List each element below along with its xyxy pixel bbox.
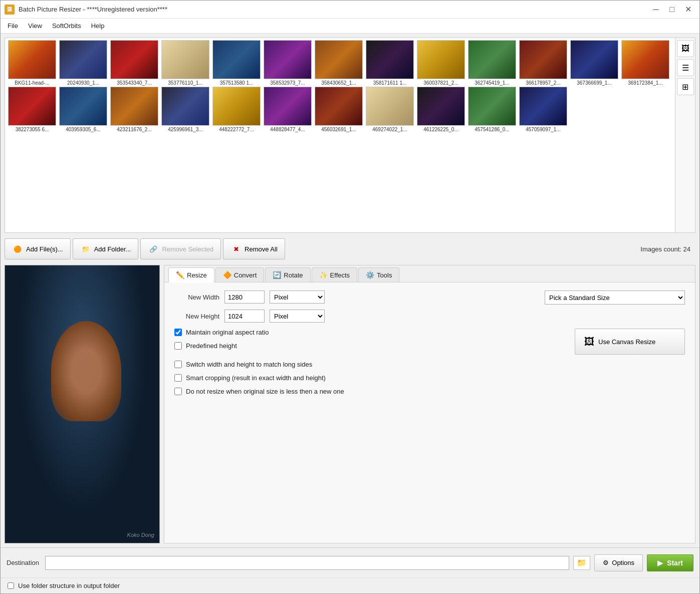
- smart-cropping-label[interactable]: Smart cropping (result in exact width an…: [186, 374, 326, 382]
- destination-input[interactable]: [45, 556, 569, 570]
- bottom-panel: ✏️ Resize 🔶 Convert 🔄 Rotate ✨ Effects: [5, 265, 695, 543]
- image-label: 448828477_4...: [264, 127, 312, 132]
- remove-selected-button[interactable]: 🔗 Remove Selected: [140, 238, 221, 259]
- use-folder-label[interactable]: Use folder structure in output folder: [18, 582, 120, 589]
- list-item[interactable]: 403959305_6...: [58, 87, 108, 132]
- tab-tools[interactable]: ⚙️ Tools: [358, 267, 399, 282]
- list-item[interactable]: 461226225_0...: [416, 87, 466, 132]
- list-item[interactable]: 456032691_1...: [314, 87, 364, 132]
- window-title: Batch Picture Resizer - ****Unregistered…: [19, 6, 648, 13]
- tab-resize[interactable]: ✏️ Resize: [168, 267, 214, 282]
- canvas-resize-icon: 🖼: [584, 336, 594, 348]
- menu-file[interactable]: File: [3, 20, 23, 32]
- image-label: 369172384_1...: [621, 80, 669, 86]
- options-button[interactable]: ⚙ Options: [594, 554, 643, 571]
- list-item[interactable]: 469274022_1...: [365, 87, 415, 132]
- width-unit-select[interactable]: Pixel Percent Cm Inch: [270, 290, 325, 304]
- add-files-button[interactable]: 🟠 Add File(s)...: [5, 238, 71, 259]
- menu-softorbits[interactable]: SoftOrbits: [47, 20, 86, 32]
- list-item[interactable]: 366178957_2...: [518, 40, 568, 86]
- list-item[interactable]: 362745419_1...: [467, 40, 517, 86]
- resize-tab-icon: ✏️: [176, 271, 184, 279]
- new-height-input[interactable]: [224, 310, 265, 323]
- list-item[interactable]: 457059097_1...: [518, 87, 568, 132]
- convert-tab-icon: 🔶: [223, 271, 231, 279]
- new-width-input[interactable]: [224, 290, 265, 304]
- menubar: File View SoftOrbits Help: [1, 19, 699, 34]
- menu-view[interactable]: View: [23, 20, 47, 32]
- list-item[interactable]: 358532973_7...: [263, 40, 313, 86]
- list-item[interactable]: 448828477_4...: [263, 87, 313, 132]
- smart-cropping-checkbox[interactable]: [174, 374, 182, 382]
- preview-panel: [5, 265, 160, 543]
- checkboxes-left: Maintain original aspect ratio Predefine…: [174, 329, 565, 350]
- menu-help[interactable]: Help: [86, 20, 110, 32]
- do-not-resize-label[interactable]: Do not resize when original size is less…: [186, 388, 344, 395]
- maximize-button[interactable]: □: [664, 3, 679, 17]
- image-grid[interactable]: BKG11-head-...20240930_1...353543340_7..…: [5, 38, 675, 232]
- close-button[interactable]: ✕: [680, 3, 695, 17]
- destination-bar: Destination 📁 ⚙ Options ▶ Start: [1, 547, 699, 577]
- switch-width-height-checkbox[interactable]: [174, 361, 182, 368]
- remove-all-button[interactable]: ✖ Remove All: [223, 238, 285, 259]
- list-item[interactable]: 353543340_7...: [109, 40, 159, 86]
- switch-width-height-row: Switch width and height to match long si…: [174, 361, 685, 368]
- image-label: 382273055 6...: [8, 127, 56, 132]
- start-button[interactable]: ▶ Start: [647, 554, 693, 571]
- tab-convert[interactable]: 🔶 Convert: [215, 267, 265, 282]
- remove-all-icon: ✖: [230, 243, 242, 254]
- image-label: 457059097_1...: [519, 127, 567, 132]
- image-label: 425996961_3...: [161, 127, 209, 132]
- list-item[interactable]: 353776110_1...: [160, 40, 210, 86]
- do-not-resize-checkbox[interactable]: [174, 388, 182, 395]
- maintain-aspect-checkbox[interactable]: [174, 329, 182, 336]
- list-item[interactable]: 358430652_1...: [314, 40, 364, 86]
- sidebar-grid-btn[interactable]: ⊞: [677, 78, 694, 95]
- effects-tab-icon: ✨: [319, 271, 328, 279]
- height-unit-select[interactable]: Pixel Percent Cm Inch: [270, 310, 325, 323]
- list-item[interactable]: 360037821_2...: [416, 40, 466, 86]
- list-item[interactable]: 425996961_3...: [160, 87, 210, 132]
- destination-label: Destination: [7, 559, 39, 566]
- add-folder-button[interactable]: 📁 Add Folder...: [73, 238, 139, 259]
- list-item[interactable]: 448222772_7...: [211, 87, 262, 132]
- titlebar-buttons: ─ □ ✕: [648, 3, 695, 17]
- list-item[interactable]: 20240930_1...: [58, 40, 108, 86]
- use-folder-checkbox[interactable]: [8, 582, 14, 589]
- predefined-height-row: Predefined height: [174, 342, 565, 350]
- image-label: 358430652_1...: [315, 80, 363, 86]
- list-item[interactable]: 382273055 6...: [7, 87, 57, 132]
- settings-two-col: New Width Pixel Percent Cm Inch: [174, 290, 685, 323]
- list-item[interactable]: 358171611 1...: [365, 40, 415, 86]
- list-item[interactable]: 457541286_0...: [467, 87, 517, 132]
- maintain-aspect-label[interactable]: Maintain original aspect ratio: [186, 329, 269, 336]
- predefined-height-checkbox[interactable]: [174, 342, 182, 350]
- switch-width-height-label[interactable]: Switch width and height to match long si…: [186, 361, 312, 368]
- minimize-button[interactable]: ─: [648, 3, 663, 17]
- titlebar: 🖼 Batch Picture Resizer - ****Unregister…: [1, 1, 699, 19]
- tab-effects[interactable]: ✨ Effects: [312, 267, 358, 282]
- image-label: 469274022_1...: [366, 127, 414, 132]
- image-label: 353543340_7...: [110, 80, 158, 86]
- list-item[interactable]: BKG11-head-...: [7, 40, 57, 86]
- image-label: 362745419_1...: [468, 80, 516, 86]
- image-label: BKG11-head-...: [8, 80, 56, 86]
- sidebar-images-btn[interactable]: 🖼: [677, 40, 694, 57]
- image-label: 360037821_2...: [417, 80, 465, 86]
- list-item[interactable]: 369172384_1...: [620, 40, 670, 86]
- list-item[interactable]: 357513580 1...: [211, 40, 262, 86]
- tab-rotate[interactable]: 🔄 Rotate: [265, 267, 310, 282]
- image-label: 456032691_1...: [315, 127, 363, 132]
- sidebar-list-btn[interactable]: ☰: [677, 59, 694, 76]
- add-files-icon: 🟠: [12, 243, 23, 254]
- standard-size-select[interactable]: Pick a Standard Size 800x600 1024x768 12…: [545, 290, 685, 305]
- predefined-height-label[interactable]: Predefined height: [186, 342, 237, 350]
- new-height-label: New Height: [174, 313, 219, 320]
- canvas-resize-button[interactable]: 🖼 Use Canvas Resize: [575, 329, 685, 355]
- new-height-row: New Height Pixel Percent Cm Inch: [174, 310, 535, 323]
- list-item[interactable]: 367366699_1...: [569, 40, 619, 86]
- destination-browse-button[interactable]: 📁: [573, 556, 590, 570]
- new-width-row: New Width Pixel Percent Cm Inch: [174, 290, 535, 304]
- list-item[interactable]: 423211676_2...: [109, 87, 159, 132]
- app-icon: 🖼: [5, 5, 15, 15]
